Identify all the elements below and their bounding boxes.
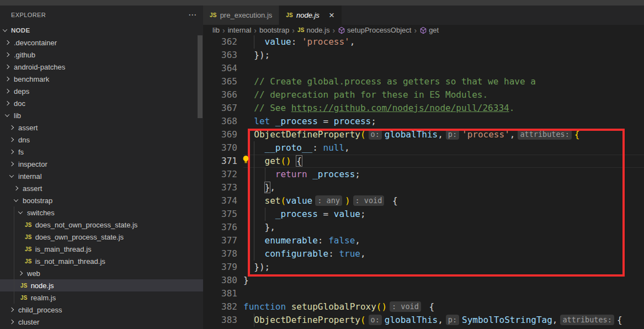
tab-node.js[interactable]: JSnode.js× [279,6,342,25]
tree-folder-bootstrap[interactable]: bootstrap [0,194,203,206]
chevron-down-icon[interactable] [18,209,23,214]
breadcrumb-item-lib[interactable]: lib [212,26,220,34]
code-line-379[interactable]: 379 }); [203,261,644,274]
line-number[interactable]: 368 [203,115,237,128]
code-line-375[interactable]: 375 _process = value; [203,208,644,221]
chevron-right-icon[interactable] [9,137,14,142]
code-line-382[interactable]: 382function setupGlobalProxy(): void { [203,300,644,314]
breadcrumb-item-node.js[interactable]: JSnode.js [297,26,330,34]
chevron-right-icon[interactable] [18,271,23,275]
tree-folder-fs[interactable]: fs [0,146,203,158]
code-line-373[interactable]: 373 }, [203,181,644,194]
chevron-right-icon[interactable] [9,162,14,166]
code-line-367[interactable]: 367 // See https://github.com/nodejs/nod… [203,102,644,115]
tree-folder-switches[interactable]: switches [0,206,203,219]
line-number[interactable]: 375 [203,208,237,221]
line-number[interactable]: 369 [203,128,237,141]
close-icon[interactable]: × [327,12,336,19]
code-line-370[interactable]: 370 __proto__: null, [203,141,644,155]
tree-file-node.js[interactable]: JSnode.js [0,279,203,291]
breadcrumb-item-bootstrap[interactable]: bootstrap [259,26,289,34]
code-line-376[interactable]: 376 }, [203,221,644,234]
chevron-right-icon[interactable] [5,40,9,45]
code-line-371[interactable]: 371 get() { [203,155,644,168]
line-number[interactable]: 373 [203,181,237,194]
tree-folder-assert[interactable]: assert [0,182,203,194]
tree-folder-cluster[interactable]: cluster [0,316,203,328]
line-number[interactable]: 379 [203,261,237,274]
chevron-right-icon[interactable] [9,320,14,324]
tree-folder-child_process[interactable]: child_process [0,304,203,316]
chevron-right-icon[interactable] [14,186,18,190]
line-number[interactable]: 365 [203,75,237,88]
tree-folder-internal[interactable]: internal [0,170,203,182]
code-line-383[interactable]: 383 ObjectDefineProperty(o:globalThis,p:… [203,314,644,327]
code-line-381[interactable]: 381 [203,287,644,300]
breadcrumb-item-setupProcessObject[interactable]: setupProcessObject [338,26,411,34]
code-line-377[interactable]: 377 enumerable: false, [203,234,644,247]
tree-folder-inspector[interactable]: inspector [0,158,203,170]
tree-file-realm.js[interactable]: JSrealm.js [0,291,203,304]
tree-folder-.devcontainer[interactable]: .devcontainer [0,36,203,49]
code-line-380[interactable]: 380} [203,274,644,287]
chevron-right-icon[interactable] [5,77,9,81]
code-line-374[interactable]: 374 set(value: any): void { [203,194,644,208]
line-number[interactable]: 378 [203,247,237,261]
line-number[interactable]: 376 [203,221,237,234]
section-header-node[interactable]: NODE [0,24,203,36]
chevron-right-icon[interactable] [9,125,14,130]
line-number[interactable]: 377 [203,234,237,247]
line-number[interactable]: 362 [203,35,237,49]
lightbulb-icon[interactable] [241,155,251,164]
line-number[interactable]: 381 [203,287,237,300]
line-number[interactable]: 364 [203,62,237,75]
code-line-363[interactable]: 363 }); [203,49,644,62]
code-line-378[interactable]: 378 configurable: true, [203,247,644,261]
tree-file-is_main_thread.js[interactable]: JSis_main_thread.js [0,243,203,255]
chevron-right-icon[interactable] [5,101,9,105]
tab-pre_execution.js[interactable]: JSpre_execution.js [203,6,279,25]
tree-folder-.github[interactable]: .github [0,49,203,61]
line-number[interactable]: 366 [203,88,237,102]
more-actions-icon[interactable]: ⋯ [188,12,196,18]
tree-folder-doc[interactable]: doc [0,97,203,109]
chevron-down-icon[interactable] [14,197,18,201]
chevron-right-icon[interactable] [9,150,14,154]
line-number[interactable]: 380 [203,274,237,287]
tree-folder-dns[interactable]: dns [0,134,203,146]
chevron-down-icon[interactable] [9,173,14,177]
line-number[interactable]: 382 [203,300,237,314]
line-number[interactable]: 371 [203,155,237,168]
breadcrumb-item-internal[interactable]: internal [228,26,252,34]
tree-file-is_not_main_thread.js[interactable]: JSis_not_main_thread.js [0,255,203,267]
tree-folder-web[interactable]: web [0,267,203,279]
chevron-right-icon[interactable] [9,307,14,312]
chevron-right-icon[interactable] [5,65,9,69]
tree-file-does_not_own_process_state.js[interactable]: JSdoes_not_own_process_state.js [0,219,203,231]
line-number[interactable]: 372 [203,168,237,181]
code-line-372[interactable]: 372 return _process; [203,168,644,181]
line-number[interactable]: 363 [203,49,237,62]
sidebar-scrollbar[interactable] [198,35,203,118]
code-line-362[interactable]: 362 value: 'process', [203,35,644,49]
line-number[interactable]: 367 [203,102,237,115]
tree-folder-benchmark[interactable]: benchmark [0,73,203,85]
line-number[interactable]: 374 [203,194,237,208]
tree-folder-deps[interactable]: deps [0,85,203,97]
tree-folder-assert[interactable]: assert [0,121,203,134]
tree-folder-lib[interactable]: lib [0,109,203,121]
chevron-right-icon[interactable] [5,52,9,57]
tree-file-does_own_process_state.js[interactable]: JSdoes_own_process_state.js [0,231,203,243]
line-number[interactable]: 370 [203,141,237,155]
code-line-365[interactable]: 365 // Create global.process as getters … [203,75,644,88]
line-number[interactable]: 383 [203,314,237,327]
chevron-down-icon[interactable] [5,112,9,116]
code-line-366[interactable]: 366 // deprecation path for these in ES … [203,88,644,102]
breadcrumb-item-get[interactable]: get [419,26,439,34]
code-editor[interactable]: 362 value: 'process',363 });364365 // Cr… [203,35,644,329]
code-line-368[interactable]: 368 let _process = process; [203,115,644,128]
code-line-369[interactable]: 369 ObjectDefineProperty(o:globalThis,p:… [203,128,644,141]
code-line-364[interactable]: 364 [203,62,644,75]
tree-folder-android-patches[interactable]: android-patches [0,61,203,73]
chevron-right-icon[interactable] [5,89,9,93]
